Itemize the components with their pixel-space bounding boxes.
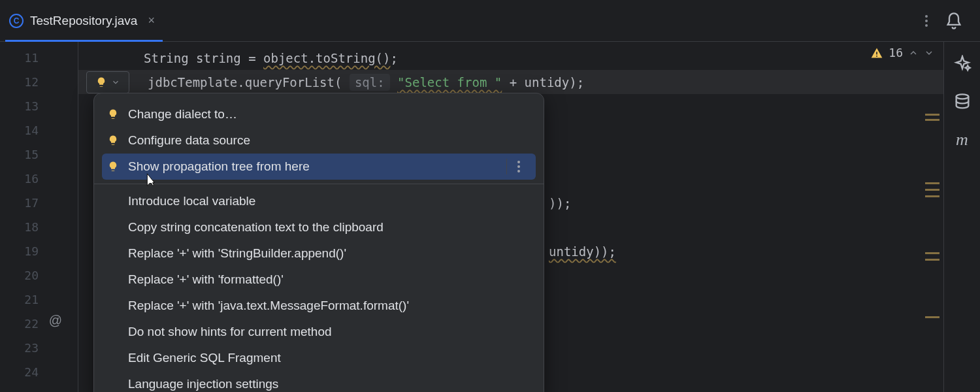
svg-rect-1 xyxy=(876,52,877,54)
line-number[interactable]: 22 xyxy=(0,312,78,336)
tab-title: TestRepository.java xyxy=(30,14,137,28)
intention-action-item[interactable]: Language injection settings xyxy=(94,371,544,392)
intention-action-item[interactable]: Configure data source xyxy=(94,127,544,154)
intention-action-item[interactable]: Replace '+' with 'java.text.MessageForma… xyxy=(94,293,544,319)
intention-bulb-button[interactable] xyxy=(86,71,129,93)
chevron-up-icon[interactable] xyxy=(908,48,919,58)
warning-icon xyxy=(870,46,883,59)
code-line[interactable]: String string = object.toString(); xyxy=(78,46,943,70)
svg-point-0 xyxy=(956,94,968,99)
line-number[interactable]: 13 xyxy=(0,94,78,118)
line-number[interactable]: 21 xyxy=(0,287,78,312)
intention-action-label: Introduce local variable xyxy=(128,194,255,208)
lightbulb-icon xyxy=(107,135,119,146)
line-number[interactable]: 20 xyxy=(0,263,78,287)
lightbulb-icon xyxy=(107,161,119,172)
ai-assistant-icon[interactable] xyxy=(953,55,972,73)
intention-action-item[interactable]: Show propagation tree from here xyxy=(102,154,536,180)
line-number[interactable]: 17 xyxy=(0,191,78,215)
intention-action-item[interactable]: Introduce local variable xyxy=(94,188,544,214)
svg-rect-2 xyxy=(876,56,877,57)
more-options-icon[interactable] xyxy=(506,159,523,174)
editor-tab[interactable]: C TestRepository.java × xyxy=(5,0,163,41)
inspection-status[interactable]: 16 xyxy=(870,46,934,59)
intention-action-label: Edit Generic SQL Fragment xyxy=(128,351,281,365)
popup-divider xyxy=(94,184,544,184)
intention-action-item[interactable]: Copy string concatenation text to the cl… xyxy=(94,214,544,240)
line-number[interactable]: 16 xyxy=(0,167,78,191)
code-text: untidy)); xyxy=(549,244,616,259)
intention-action-label: Copy string concatenation text to the cl… xyxy=(128,220,384,235)
close-tab-icon[interactable]: × xyxy=(144,14,159,27)
annotation-gutter-icon[interactable]: @ xyxy=(49,313,62,328)
line-number[interactable]: 18 xyxy=(0,215,78,239)
code-line-active[interactable]: jdbcTemplate.queryForList( sql: "Select … xyxy=(78,70,943,94)
right-tool-rail: m xyxy=(943,42,980,392)
code-text: jdbcTemplate.queryForList( sql: "Select … xyxy=(148,75,584,90)
line-number[interactable]: 19 xyxy=(0,239,78,263)
header-actions xyxy=(925,12,975,30)
chevron-down-icon[interactable] xyxy=(924,48,934,58)
code-text: ; xyxy=(391,51,398,65)
code-text: )); xyxy=(549,196,571,210)
line-number[interactable]: 14 xyxy=(0,118,78,142)
intention-action-label: Configure data source xyxy=(128,133,250,148)
notifications-icon[interactable] xyxy=(945,12,963,30)
line-number[interactable]: 15 xyxy=(0,142,78,167)
lightbulb-icon xyxy=(95,76,107,88)
class-file-icon: C xyxy=(9,14,24,28)
line-number[interactable]: 12 xyxy=(0,70,78,94)
line-number[interactable]: 24 xyxy=(0,360,78,384)
intention-action-item[interactable]: Replace '+' with 'formatted()' xyxy=(94,267,544,293)
intention-action-label: Show propagation tree from here xyxy=(128,159,310,174)
intention-action-item[interactable]: Replace '+' with 'StringBuilder.append()… xyxy=(94,240,544,267)
intention-action-item[interactable]: Change dialect to… xyxy=(94,101,544,127)
warning-count: 16 xyxy=(889,46,903,59)
line-number[interactable]: 23 xyxy=(0,336,78,360)
chevron-down-icon xyxy=(111,78,120,87)
editor-tabs-header: C TestRepository.java × xyxy=(0,0,980,42)
line-number[interactable]: 11 xyxy=(0,46,78,70)
intention-actions-popup: Change dialect to…Configure data sourceS… xyxy=(93,93,544,392)
maven-tool-icon[interactable]: m xyxy=(953,131,972,149)
intention-action-label: Do not show hints for current method xyxy=(128,325,332,339)
intention-action-item[interactable]: Edit Generic SQL Fragment xyxy=(94,345,544,371)
code-text: String string = xyxy=(144,51,263,65)
database-icon[interactable] xyxy=(953,93,972,111)
intention-action-label: Replace '+' with 'StringBuilder.append()… xyxy=(128,246,346,261)
intention-action-label: Replace '+' with 'java.text.MessageForma… xyxy=(128,299,409,313)
gutter: 11 12 13 14 15 16 17 18 19 20 21 22 23 2… xyxy=(0,42,78,392)
intention-action-label: Replace '+' with 'formatted()' xyxy=(128,272,284,287)
intention-action-label: Language injection settings xyxy=(128,377,278,391)
code-text: object.toString() xyxy=(263,51,390,65)
more-icon[interactable] xyxy=(925,15,928,27)
intention-action-item[interactable]: Do not show hints for current method xyxy=(94,319,544,345)
intention-action-label: Change dialect to… xyxy=(128,107,237,122)
lightbulb-icon xyxy=(107,108,119,120)
